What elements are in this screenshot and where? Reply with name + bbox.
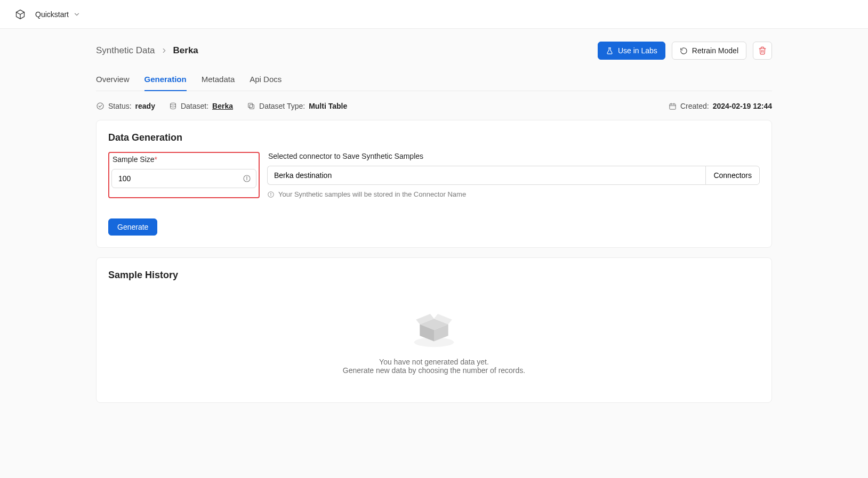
chevron-right-icon bbox=[160, 47, 168, 54]
status-value: ready bbox=[135, 102, 155, 110]
header-actions: Use in Labs Retrain Model bbox=[598, 42, 772, 60]
status-item-dataset: Dataset: Berka bbox=[169, 102, 233, 110]
retrain-model-label: Retrain Model bbox=[692, 46, 738, 55]
created-value: 2024-02-19 12:44 bbox=[713, 102, 772, 110]
flask-icon bbox=[606, 47, 614, 55]
field-sample-size: Sample Size* bbox=[108, 152, 260, 198]
empty-line-2: Generate new data by choosing the number… bbox=[343, 366, 525, 375]
top-bar: Quickstart bbox=[0, 0, 868, 29]
chevron-down-icon bbox=[73, 11, 81, 18]
status-icon bbox=[96, 102, 105, 110]
status-label: Status: bbox=[108, 102, 132, 110]
svg-rect-4 bbox=[670, 104, 676, 109]
dataset-label: Dataset: bbox=[181, 102, 208, 110]
sample-size-label: Sample Size bbox=[112, 155, 155, 164]
connectors-button[interactable]: Connectors bbox=[705, 166, 760, 185]
calendar-icon bbox=[669, 102, 677, 110]
refresh-icon bbox=[680, 47, 688, 55]
connector-input[interactable] bbox=[267, 166, 705, 185]
generate-button[interactable]: Generate bbox=[108, 218, 157, 236]
trash-icon bbox=[758, 46, 767, 55]
card-data-generation: Data Generation Sample Size* Selected co… bbox=[96, 120, 772, 248]
svg-point-1 bbox=[170, 103, 175, 105]
quickstart-dropdown[interactable]: Quickstart bbox=[15, 9, 81, 20]
svg-point-10 bbox=[246, 177, 247, 177]
connector-helper-text: Your Synthetic samples will be stored in… bbox=[278, 190, 466, 198]
status-bar: Status: ready Dataset: Berka Dataset Typ… bbox=[96, 99, 772, 120]
status-item-created: Created: 2024-02-19 12:44 bbox=[669, 102, 772, 110]
card-data-generation-title: Data Generation bbox=[108, 132, 760, 143]
required-asterisk: * bbox=[155, 155, 157, 164]
breadcrumb-current: Berka bbox=[173, 45, 198, 56]
use-in-labs-button[interactable]: Use in Labs bbox=[598, 42, 665, 60]
empty-line-1: You have not generated data yet. bbox=[379, 358, 489, 366]
card-sample-history: Sample History You have not generated da… bbox=[96, 257, 772, 403]
dataset-type-value: Multi Table bbox=[309, 102, 347, 110]
tab-api-docs[interactable]: Api Docs bbox=[250, 71, 282, 91]
dataset-value[interactable]: Berka bbox=[212, 102, 233, 110]
dataset-type-label: Dataset Type: bbox=[259, 102, 305, 110]
info-circle-icon bbox=[267, 191, 275, 198]
connector-label: Selected connector to Save Synthetic Sam… bbox=[267, 152, 760, 160]
status-item-status: Status: ready bbox=[96, 102, 155, 110]
delete-button[interactable] bbox=[753, 42, 772, 60]
retrain-model-button[interactable]: Retrain Model bbox=[672, 42, 746, 60]
cube-icon bbox=[15, 9, 26, 20]
empty-state: You have not generated data yet. Generat… bbox=[108, 289, 760, 391]
field-connector: Selected connector to Save Synthetic Sam… bbox=[267, 152, 760, 198]
breadcrumb: Synthetic Data Berka bbox=[96, 45, 198, 56]
svg-rect-2 bbox=[250, 104, 254, 109]
copy-icon bbox=[247, 102, 255, 110]
sample-size-input[interactable] bbox=[111, 169, 256, 188]
created-label: Created: bbox=[680, 102, 709, 110]
breadcrumb-root[interactable]: Synthetic Data bbox=[96, 45, 155, 56]
tab-generation[interactable]: Generation bbox=[144, 71, 187, 91]
quickstart-label: Quickstart bbox=[35, 10, 69, 19]
svg-rect-3 bbox=[248, 103, 253, 108]
use-in-labs-label: Use in Labs bbox=[618, 46, 657, 55]
page-header: Synthetic Data Berka Use in Labs bbox=[96, 42, 772, 60]
svg-point-0 bbox=[97, 103, 103, 109]
tabs: Overview Generation Metadata Api Docs bbox=[96, 71, 772, 91]
page: Synthetic Data Berka Use in Labs bbox=[0, 29, 868, 478]
tab-metadata[interactable]: Metadata bbox=[202, 71, 235, 91]
info-circle-icon[interactable] bbox=[243, 174, 251, 183]
tab-overview[interactable]: Overview bbox=[96, 71, 130, 91]
svg-point-13 bbox=[271, 193, 271, 193]
database-icon bbox=[169, 102, 177, 110]
empty-box-icon bbox=[410, 305, 458, 348]
status-item-dataset-type: Dataset Type: Multi Table bbox=[247, 102, 347, 110]
card-sample-history-title: Sample History bbox=[108, 270, 760, 281]
